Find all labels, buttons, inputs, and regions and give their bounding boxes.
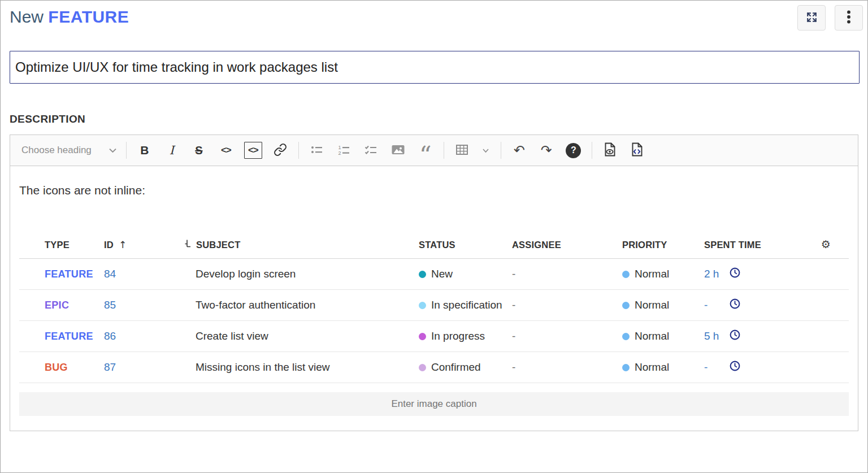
undo-button[interactable]: ↶ xyxy=(509,139,530,162)
priority-dot xyxy=(622,333,630,340)
status-cell: New xyxy=(419,268,512,280)
chevron-down-icon xyxy=(108,145,117,156)
spent-time-value: 2 h xyxy=(704,268,724,280)
fullscreen-button[interactable] xyxy=(797,5,826,31)
help-icon: ? xyxy=(566,143,581,158)
task-list-icon xyxy=(364,143,378,158)
embedded-image-figure[interactable]: TYPE ID ↑ SUBJECT STATUS ASSIGNEE xyxy=(19,211,849,416)
kebab-menu-icon xyxy=(841,9,856,27)
insert-image-button[interactable] xyxy=(388,139,409,162)
help-button[interactable]: ? xyxy=(563,139,584,162)
column-settings: ⚙ xyxy=(789,238,849,258)
assignee-cell: - xyxy=(512,268,622,280)
toolbar-divider xyxy=(126,142,127,159)
priority-label: Normal xyxy=(635,268,669,280)
type-label: EPIC xyxy=(45,300,104,311)
spent-time-cell: - xyxy=(704,298,789,313)
toolbar-divider xyxy=(501,142,501,159)
priority-cell: Normal xyxy=(622,361,704,374)
code-block-button[interactable]: <> xyxy=(243,139,263,162)
priority-dot xyxy=(622,271,630,278)
table-header-row: TYPE ID ↑ SUBJECT STATUS ASSIGNEE xyxy=(19,211,849,259)
priority-dot xyxy=(622,302,630,309)
task-list-button[interactable] xyxy=(361,139,381,162)
description-editor: Choose heading B I S <> <> xyxy=(10,134,858,431)
column-header-spent-time: SPENT TIME xyxy=(704,240,789,258)
insert-table-button[interactable] xyxy=(452,139,472,162)
source-code-button[interactable] xyxy=(627,139,648,162)
heading-dropdown-label: Choose heading xyxy=(21,145,92,156)
more-menu-button[interactable] xyxy=(835,5,863,31)
svg-text:1: 1 xyxy=(338,145,341,150)
column-header-id-label: ID xyxy=(104,240,114,250)
description-label: DESCRIPTION xyxy=(10,113,867,125)
column-header-subject: SUBJECT xyxy=(184,239,419,258)
column-header-status: STATUS xyxy=(419,240,512,258)
expand-icon xyxy=(805,10,819,26)
table-dropdown-button[interactable] xyxy=(479,139,493,162)
strikethrough-button[interactable]: S xyxy=(189,139,209,162)
inline-code-button[interactable]: <> xyxy=(216,139,236,162)
preview-button[interactable] xyxy=(600,139,620,162)
table-row: BUG 87 Missing icons in the list view Co… xyxy=(19,352,849,383)
toolbar-divider xyxy=(592,142,592,159)
priority-label: Normal xyxy=(635,361,669,374)
page-title-new: New xyxy=(10,7,44,26)
redo-button[interactable]: ↷ xyxy=(536,139,557,162)
id-link: 86 xyxy=(104,330,184,342)
status-dot xyxy=(419,333,426,340)
priority-label: Normal xyxy=(635,299,669,311)
clock-icon xyxy=(729,298,741,313)
priority-cell: Normal xyxy=(622,330,704,342)
italic-icon: I xyxy=(170,144,174,157)
link-button[interactable] xyxy=(270,139,290,162)
table-icon xyxy=(455,144,468,158)
numbered-list-icon: 1 2 xyxy=(337,143,351,158)
italic-button[interactable]: I xyxy=(162,139,182,162)
priority-dot xyxy=(622,364,630,371)
subject-input[interactable] xyxy=(10,51,860,84)
status-cell: Confirmed xyxy=(419,361,512,374)
status-label: In progress xyxy=(431,330,485,342)
type-label: BUG xyxy=(45,362,104,374)
blockquote-button[interactable]: “ xyxy=(415,139,436,162)
column-header-subject-label: SUBJECT xyxy=(196,240,240,250)
image-icon xyxy=(391,143,405,158)
svg-text:2: 2 xyxy=(338,150,341,155)
image-caption-input[interactable]: Enter image caption xyxy=(19,392,849,416)
editor-content[interactable]: The icons are not inline: TYPE ID ↑ xyxy=(10,166,858,431)
status-label: In specification xyxy=(431,299,502,311)
id-link: 84 xyxy=(104,268,184,280)
bold-button[interactable]: B xyxy=(134,139,155,162)
spent-time-cell: 5 h xyxy=(704,329,789,344)
heading-dropdown[interactable]: Choose heading xyxy=(18,139,121,162)
inline-code-icon: <> xyxy=(221,145,231,156)
table-row: EPIC 85 Two-factor authentication In spe… xyxy=(19,290,849,321)
priority-cell: Normal xyxy=(622,268,704,280)
new-work-package-form: New FEATURE xyxy=(0,0,868,473)
table-row: FEATURE 86 Create list view In progress … xyxy=(19,321,849,352)
column-header-assignee: ASSIGNEE xyxy=(512,240,622,258)
gear-icon: ⚙ xyxy=(821,238,831,250)
sort-ascending-icon: ↑ xyxy=(119,239,127,250)
spent-time-value: - xyxy=(704,361,724,374)
type-label: FEATURE xyxy=(45,331,104,342)
quote-icon: “ xyxy=(419,143,431,158)
clock-icon xyxy=(729,329,741,344)
assignee-cell: - xyxy=(512,330,622,342)
priority-cell: Normal xyxy=(622,299,704,311)
strikethrough-icon: S xyxy=(195,144,202,157)
form-header: New FEATURE xyxy=(1,1,867,31)
numbered-list-button[interactable]: 1 2 xyxy=(334,139,354,162)
clock-icon xyxy=(729,267,741,281)
editor-toolbar: Choose heading B I S <> <> xyxy=(10,135,858,166)
page-title-type[interactable]: FEATURE xyxy=(48,7,129,26)
status-dot xyxy=(419,364,426,371)
editor-paragraph[interactable]: The icons are not inline: xyxy=(19,182,849,199)
priority-label: Normal xyxy=(635,330,669,342)
column-header-type: TYPE xyxy=(45,240,104,258)
assignee-cell: - xyxy=(512,361,622,374)
chevron-down-icon xyxy=(482,146,489,155)
code-block-icon: <> xyxy=(244,142,262,159)
bulleted-list-button[interactable] xyxy=(307,139,327,162)
